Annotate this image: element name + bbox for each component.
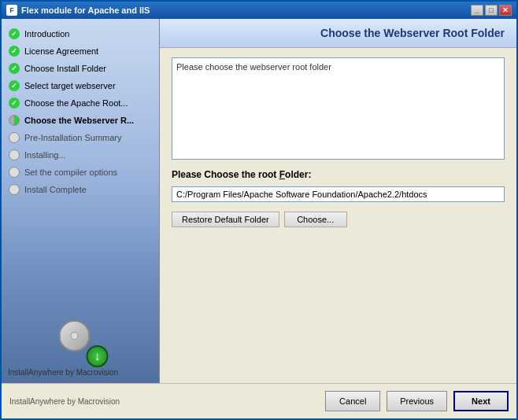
- folder-input-row: [172, 186, 505, 202]
- download-badge-icon: ↓: [87, 345, 109, 367]
- sidebar-item-label: Select target webserver: [24, 81, 116, 90]
- maximize-button[interactable]: □: [485, 5, 498, 16]
- description-text-area: Please choose the webserver root folder: [172, 57, 505, 160]
- app-icon: F: [6, 5, 17, 16]
- description-text: Please choose the webserver root folder: [176, 62, 331, 72]
- pending-icon: [8, 149, 20, 161]
- sidebar-item-label: Set the compiler options: [24, 168, 117, 177]
- folder-buttons: Restore Default Folder Choose...: [172, 212, 505, 227]
- check-icon: ✓: [8, 97, 20, 109]
- sidebar-item-license[interactable]: ✓License Agreement: [2, 42, 159, 60]
- half-icon: [8, 114, 20, 127]
- sidebar-decoration: ↓: [59, 320, 102, 363]
- main-content: ✓Introduction✓License Agreement✓Choose I…: [2, 19, 516, 383]
- sidebar-item-label: Introduction: [24, 29, 69, 39]
- sidebar-steps: ✓Introduction✓License Agreement✓Choose I…: [2, 19, 159, 204]
- bottom-buttons: Cancel Previous Next: [325, 391, 509, 411]
- sidebar-item-install-complete[interactable]: Install Complete: [2, 181, 159, 198]
- folder-label: Please Choose the root Folder:: [172, 169, 505, 180]
- choose-button[interactable]: Choose...: [284, 212, 347, 227]
- pending-icon: [8, 166, 20, 179]
- bottom-bar: InstallAnywhere by Macrovision Cancel Pr…: [2, 383, 516, 418]
- sidebar-item-installing[interactable]: Installing...: [2, 146, 159, 164]
- sidebar-item-label: Choose the Webserver R...: [24, 116, 134, 125]
- title-bar: F Flex module for Apache and IIS _ □ ✕: [2, 2, 516, 19]
- sidebar-item-compiler-options[interactable]: Set the compiler options: [2, 164, 159, 181]
- sidebar-item-label: Choose the Apache Root...: [24, 98, 128, 108]
- install-anywhere-label: InstallAnywhere by Macrovision: [9, 397, 325, 406]
- check-icon: ✓: [8, 79, 20, 92]
- minimize-button[interactable]: _: [471, 5, 483, 16]
- check-icon: ✓: [8, 62, 20, 75]
- restore-default-button[interactable]: Restore Default Folder: [172, 212, 279, 227]
- check-icon: ✓: [8, 28, 20, 40]
- sidebar-item-apache-root[interactable]: ✓Choose the Apache Root...: [2, 94, 159, 112]
- box-icon-container: ↓: [59, 320, 102, 363]
- pending-icon: [8, 183, 20, 196]
- sidebar: ✓Introduction✓License Agreement✓Choose I…: [2, 19, 159, 383]
- window-controls: _ □ ✕: [471, 5, 512, 16]
- main-window: F Flex module for Apache and IIS _ □ ✕ ✓…: [0, 0, 518, 420]
- sidebar-item-label: Choose Install Folder: [24, 64, 106, 73]
- next-button[interactable]: Next: [453, 391, 509, 411]
- sidebar-item-pre-install[interactable]: Pre-Installation Summary: [2, 129, 159, 146]
- sidebar-item-label: Pre-Installation Summary: [24, 133, 122, 142]
- pending-icon: [8, 131, 20, 144]
- close-button[interactable]: ✕: [499, 5, 512, 16]
- panel-body: Please choose the webserver root folder …: [160, 48, 516, 383]
- sidebar-item-install-folder[interactable]: ✓Choose Install Folder: [2, 60, 159, 77]
- sidebar-install-anywhere-label: InstallAnywhere by Macrovision: [2, 368, 159, 377]
- previous-button[interactable]: Previous: [387, 391, 447, 411]
- window-title: Flex module for Apache and IIS: [21, 6, 471, 15]
- cancel-button[interactable]: Cancel: [325, 391, 380, 411]
- sidebar-item-webserver-root[interactable]: Choose the Webserver R...: [2, 112, 159, 129]
- folder-path-input[interactable]: [172, 186, 505, 202]
- sidebar-item-label: License Agreement: [24, 46, 98, 56]
- check-icon: ✓: [8, 45, 20, 57]
- sidebar-item-label: Installing...: [24, 150, 66, 160]
- sidebar-item-target-webserver[interactable]: ✓Select target webserver: [2, 77, 159, 94]
- disc-icon: [59, 320, 91, 352]
- panel-header: Choose the Webserver Root Folder: [160, 19, 516, 48]
- right-panel: Choose the Webserver Root Folder Please …: [160, 19, 516, 383]
- sidebar-item-label: Install Complete: [24, 185, 87, 194]
- panel-header-title: Choose the Webserver Root Folder: [172, 27, 505, 39]
- sidebar-item-introduction[interactable]: ✓Introduction: [2, 25, 159, 42]
